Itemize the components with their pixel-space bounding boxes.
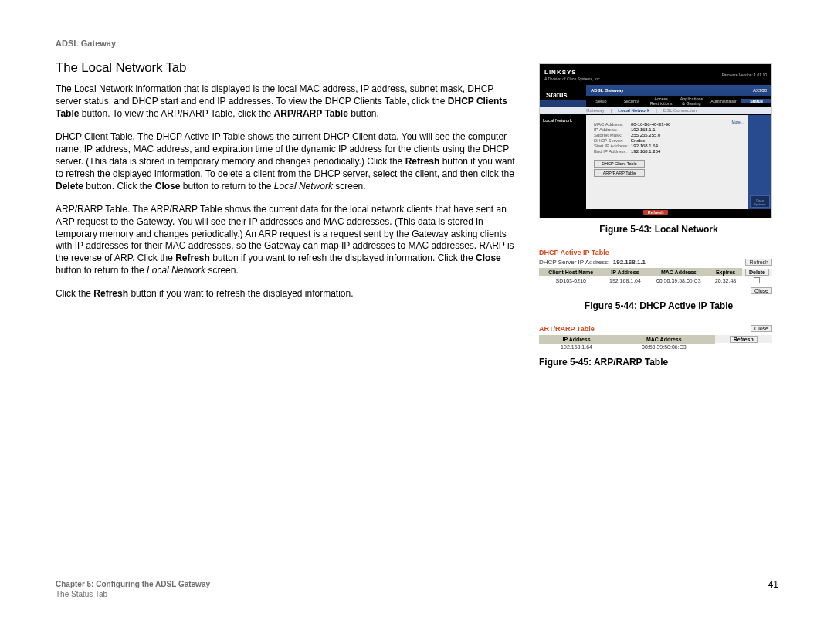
bold-refresh: Refresh [175,253,210,263]
arp-table-title: ART/RARP Table [539,325,595,333]
page-number: 41 [768,579,778,590]
figure-local-network-screenshot: LINKSYS A Division of Cisco Systems, Inc… [539,63,772,218]
bold-refresh: Refresh [405,156,440,167]
subtab-gateway[interactable]: Gateway [586,108,605,113]
figure-45-caption: Figure 5-45: ARP/RARP Table [539,357,778,368]
section-heading: The Local Network Tab [56,60,516,76]
text: button to return to the [180,181,273,192]
subnet-value: 255.255.255.0 [631,133,660,137]
paragraph-2: DHCP Client Table. The DHCP Active IP Ta… [56,131,516,193]
ip-value: 192.168.1.1 [631,127,656,132]
subtab-local-network[interactable]: Local Network [618,108,649,113]
start-ip-value: 192.168.1.64 [631,144,658,148]
text: button. To view the ARP/RARP Table, clic… [79,108,273,119]
close-button[interactable]: Close [751,287,772,294]
text: Click the [56,288,93,299]
tab-status[interactable]: Status [741,99,771,103]
ip-label: IP Address: [594,127,631,132]
table-row: 192.168.1.64 00:50:39:58:06:C3 [540,343,773,351]
table-row: SD103-0210 192.168.1.64 00:50:39:58:06:C… [540,276,773,285]
subtab-dsl-connection[interactable]: DSL Connection [663,108,697,113]
text: screen. [205,265,239,276]
mac-label: MAC Address: [594,122,631,127]
page-footer: Chapter 5: Configuring the ADSL Gateway … [56,579,778,599]
status-section-label: Status [540,85,586,100]
end-ip-label: End IP Address: [594,149,631,154]
model-number: AX300 [753,88,767,93]
footer-subsection: The Status Tab [56,589,210,599]
cell-ip: 192.168.1.64 [540,343,614,351]
mac-value: 00-16-B6-40-E3-96 [631,122,670,127]
col-ip-address: IP Address [602,269,648,276]
end-ip-value: 192.168.1.254 [631,149,660,154]
refresh-button[interactable]: Refresh [745,259,772,266]
dhcp-client-table-button[interactable]: DHCP Client Table [594,160,645,168]
cell-expires: 20:32:48 [710,276,742,285]
arp-rarp-table-button[interactable]: ARP/RARP Table [594,169,645,177]
tab-security[interactable]: Security [616,99,646,103]
start-ip-label: Start IP Address: [594,144,631,148]
cell-host: SD103-0210 [540,276,603,285]
text: button to return to the [56,265,147,276]
figure-43-caption: Figure 5-43: Local Network [539,224,778,235]
italic-local-network: Local Network [274,181,333,192]
col-client-host-name: Client Host Name [540,269,603,276]
figure-44-caption: Figure 5-44: DHCP Active IP Table [539,300,778,311]
bold-delete: Delete [56,181,83,192]
figure-arp-rarp-table: ART/RARP Table Close IP Address MAC Addr… [539,325,772,351]
dhcp-value: Enable [631,138,646,143]
col-ip-address: IP Address [540,335,614,343]
text: button if you want to refresh the displa… [128,288,354,299]
paragraph-1: The Local Network information that is di… [56,83,516,120]
col-expires: Expires [710,269,742,276]
dhcp-server-label: DHCP Server IP Address: [539,259,609,266]
subnet-label: Subnet Mask: [594,133,631,137]
delete-button[interactable]: Delete [745,269,769,276]
text: button. [348,108,379,119]
cell-ip: 192.168.1.64 [602,276,648,285]
bold-close: Close [476,253,501,263]
bold-close: Close [155,181,181,192]
refresh-button[interactable]: Refresh [730,336,758,343]
select-checkbox[interactable] [754,277,760,283]
document-header: ADSL Gateway [56,39,516,48]
cell-mac: 00:50:39:58:06:C3 [648,276,710,285]
tab-access-restrictions[interactable]: Access Restrictions [646,97,676,106]
italic-local-network: Local Network [147,265,205,276]
refresh-button[interactable]: Refresh [643,210,667,215]
product-name: ADSL Gateway [591,88,624,93]
tab-applications-gaming[interactable]: Applications & Gaming [676,97,707,106]
dhcp-table-title: DHCP Active IP Table [539,249,772,256]
text: button. Click the [83,181,155,192]
text: button if you want to refresh the displa… [210,253,476,263]
footer-chapter: Chapter 5: Configuring the ADSL Gateway [56,579,210,589]
linksys-tagline: A Division of Cisco Systems, Inc. [544,76,601,81]
bold-refresh: Refresh [93,288,128,299]
text: The Local Network information that is di… [56,83,493,107]
cisco-logo: Cisco Systems [750,195,770,208]
firmware-version: Firmware Version: 1.01.10 [722,73,767,77]
col-mac-address: MAC Address [648,269,710,276]
cell-mac: 00:50:39:58:06:C3 [614,343,714,351]
more-link[interactable]: More... [731,120,744,124]
figure-dhcp-active-ip-table: DHCP Active IP Table DHCP Server IP Addr… [539,249,772,294]
paragraph-4: Click the Refresh button if you want to … [56,288,516,300]
text: screen. [333,181,366,192]
linksys-logo: LINKSYS [544,69,601,76]
tab-administration[interactable]: Administration [707,99,741,103]
bold-arp-rarp-table: ARP/RARP Table [274,108,348,119]
paragraph-3: ARP/RARP Table. The ARP/RARP Table shows… [56,204,516,278]
arp-rarp-table-data: IP Address MAC Address Refresh 192.168.1… [539,335,772,351]
tab-setup[interactable]: Setup [586,99,616,103]
close-button[interactable]: Close [751,325,772,332]
dhcp-label: DHCP Server: [594,138,631,143]
dhcp-server-ip: 192.168.1.1 [613,259,646,266]
side-label: Local Network [540,115,586,209]
dhcp-clients-table: Client Host Name IP Address MAC Address … [539,268,772,285]
col-mac-address: MAC Address [614,335,714,343]
